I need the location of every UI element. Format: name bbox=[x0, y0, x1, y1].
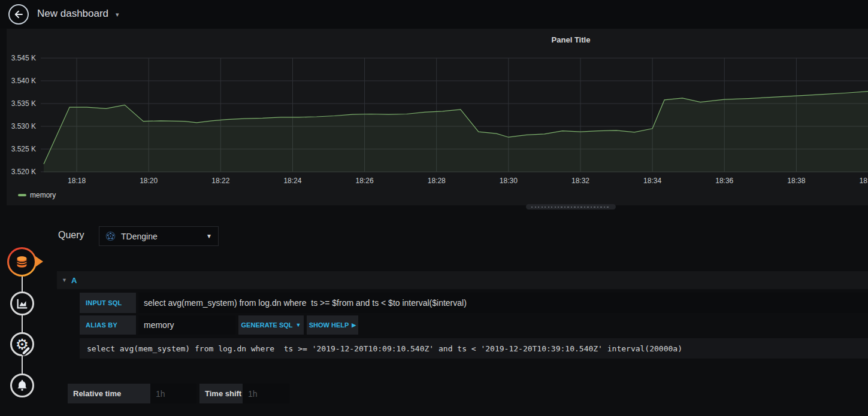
query-ref-id: A bbox=[71, 276, 77, 285]
legend-series-label[interactable]: memory bbox=[30, 191, 56, 199]
svg-text:18:22: 18:22 bbox=[211, 177, 229, 185]
panel-resize-handle[interactable] bbox=[526, 204, 616, 209]
tab-general[interactable]: ⚙ bbox=[10, 332, 34, 356]
tab-visualization[interactable] bbox=[10, 291, 34, 315]
datasource-picker[interactable]: TDengine ▼ bbox=[99, 226, 219, 246]
query-section-heading: Query bbox=[58, 230, 84, 241]
back-button[interactable] bbox=[8, 4, 29, 25]
svg-text:18:30: 18:30 bbox=[500, 177, 518, 185]
time-shift-label: Time shift bbox=[199, 384, 243, 403]
alias-by-field[interactable] bbox=[138, 315, 235, 335]
svg-text:18:34: 18:34 bbox=[643, 177, 661, 185]
svg-text:18:18: 18:18 bbox=[68, 177, 86, 185]
area-chart-icon bbox=[16, 297, 29, 310]
svg-text:18:36: 18:36 bbox=[715, 177, 733, 185]
chart-legend: memory bbox=[18, 191, 56, 199]
show-help-label: SHOW HELP bbox=[309, 321, 349, 329]
svg-text:3.525 K: 3.525 K bbox=[11, 145, 36, 153]
resize-dots-icon bbox=[531, 207, 610, 208]
svg-text:18:40: 18:40 bbox=[859, 177, 868, 185]
panel-title[interactable]: Panel Title bbox=[7, 35, 868, 44]
svg-text:18:24: 18:24 bbox=[283, 177, 301, 185]
timeseries-chart: 3.520 K3.525 K3.530 K3.535 K3.540 K3.545… bbox=[7, 29, 868, 205]
show-help-button[interactable]: SHOW HELP ▶ bbox=[307, 315, 358, 335]
generate-sql-button[interactable]: GENERATE SQL ▼ bbox=[238, 315, 304, 335]
tab-connector-line bbox=[22, 262, 23, 387]
top-nav: New dashboard ▾ bbox=[0, 0, 868, 29]
chevron-down-icon: ▼ bbox=[296, 322, 301, 328]
alias-by-label: ALIAS BY bbox=[80, 315, 136, 335]
relative-time-label: Relative time bbox=[68, 384, 150, 403]
grafana-edit-screen: New dashboard ▾ 3.520 K3.525 K3.530 K3.5… bbox=[0, 0, 868, 416]
svg-text:3.540 K: 3.540 K bbox=[11, 77, 36, 85]
svg-text:3.530 K: 3.530 K bbox=[11, 122, 36, 130]
chevron-right-icon: ▶ bbox=[352, 322, 356, 328]
svg-text:18:20: 18:20 bbox=[140, 177, 158, 185]
arrow-left-icon bbox=[13, 9, 24, 20]
relative-time-field[interactable] bbox=[150, 384, 196, 403]
svg-text:3.520 K: 3.520 K bbox=[11, 168, 36, 176]
time-shift-field[interactable] bbox=[243, 384, 289, 403]
svg-text:18:26: 18:26 bbox=[356, 177, 374, 185]
svg-text:18:28: 18:28 bbox=[428, 177, 446, 185]
svg-text:3.545 K: 3.545 K bbox=[11, 54, 36, 62]
svg-text:18:32: 18:32 bbox=[571, 177, 589, 185]
chevron-down-icon: ▼ bbox=[206, 233, 212, 239]
tab-alert[interactable] bbox=[10, 374, 34, 397]
generated-sql-text: select avg(mem_system) from log.dn where… bbox=[80, 338, 868, 359]
legend-color-chip bbox=[18, 194, 26, 196]
graph-panel: 3.520 K3.525 K3.530 K3.535 K3.540 K3.545… bbox=[7, 29, 868, 205]
active-tab-pointer bbox=[35, 256, 43, 267]
tab-queries[interactable] bbox=[7, 247, 37, 277]
input-sql-field[interactable] bbox=[138, 293, 868, 313]
database-icon bbox=[14, 254, 30, 270]
tdengine-logo-icon bbox=[105, 231, 116, 241]
generate-sql-label: GENERATE SQL bbox=[241, 321, 293, 329]
dashboard-title[interactable]: New dashboard bbox=[37, 8, 108, 20]
collapse-caret-icon[interactable]: ▼ bbox=[62, 277, 67, 283]
svg-text:18:38: 18:38 bbox=[787, 177, 805, 185]
gear-wrench-icon: ⚙ bbox=[16, 337, 29, 352]
svg-text:3.535 K: 3.535 K bbox=[11, 99, 36, 108]
input-sql-label: INPUT SQL bbox=[80, 293, 136, 313]
query-ref-row[interactable]: ▼ A bbox=[57, 271, 868, 289]
bell-icon bbox=[16, 379, 29, 392]
chevron-down-icon[interactable]: ▾ bbox=[116, 11, 119, 19]
datasource-name: TDengine bbox=[121, 232, 201, 241]
